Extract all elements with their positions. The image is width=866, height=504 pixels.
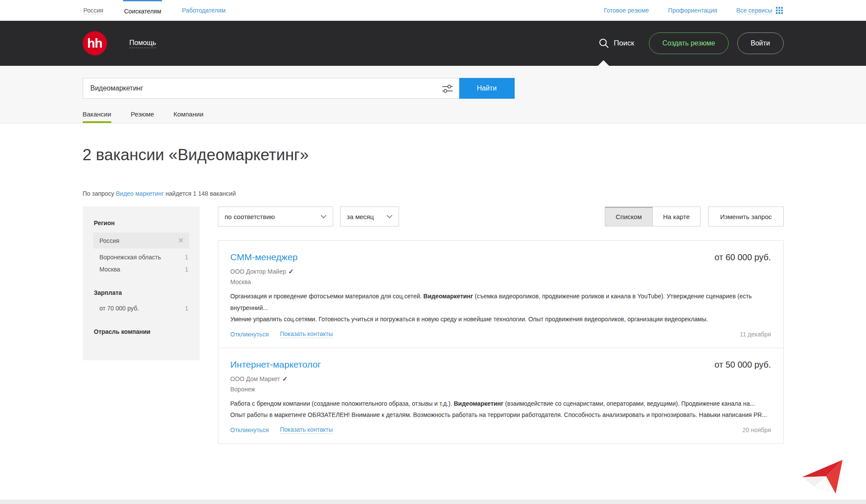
sort-select[interactable]: по соответствию <box>218 207 333 226</box>
filter-count: 1 <box>185 305 188 312</box>
filter-salary-item: от 70 000 руб. 1 <box>83 302 200 314</box>
vacancy-description: Организация и проведение фотосъемки мате… <box>230 291 771 325</box>
filter-link[interactable]: от 70 000 руб. <box>100 305 139 312</box>
header-search-toggle[interactable]: Поиск <box>598 38 634 49</box>
vacancy-card: СММ-менеджер от 60 000 руб. ООО Доктор М… <box>218 241 783 348</box>
vacancy-description: Работа с брендом компании (создание поло… <box>230 398 771 421</box>
nav-applicants[interactable]: Соискателям <box>123 0 162 21</box>
vacancy-salary: от 50 000 руб. <box>714 360 771 370</box>
filter-link[interactable]: Москва <box>100 266 120 273</box>
search-tabs: Вакансии Резюме Компании <box>83 110 784 123</box>
chevron-down-icon <box>321 215 327 219</box>
find-button[interactable]: Найти <box>459 78 515 99</box>
edit-query-button[interactable]: Изменить запрос <box>708 207 783 226</box>
close-icon[interactable]: ✕ <box>178 237 184 244</box>
filter-salary-title: Зарплата <box>83 289 200 296</box>
advanced-search-icon[interactable] <box>442 84 453 95</box>
paper-plane-icon <box>798 453 854 496</box>
login-button[interactable]: Войти <box>737 32 784 54</box>
main-header: hh Помощь Поиск Создать резюме Войти <box>0 21 866 66</box>
top-navigation: Россия Соискателям Работодателям Готовое… <box>0 0 866 21</box>
filter-region-selected[interactable]: Россия ✕ <box>93 233 189 249</box>
nav-ready-resume[interactable]: Готовое резюме <box>603 0 650 21</box>
show-contacts-link[interactable]: Показать контакты <box>280 426 333 434</box>
respond-link[interactable]: Откликнуться <box>230 331 269 338</box>
vacancy-title-link[interactable]: Интернет-маркетолог <box>230 359 321 370</box>
period-select[interactable]: за месяц <box>340 207 399 226</box>
vacancy-list: СММ-менеджер от 60 000 руб. ООО Доктор М… <box>218 240 784 444</box>
filter-count: 1 <box>185 266 188 273</box>
tab-resume[interactable]: Резюме <box>131 110 154 123</box>
tab-vacancies[interactable]: Вакансии <box>83 110 111 123</box>
verified-check-icon: ✓ <box>288 268 294 275</box>
nav-career-guidance[interactable]: Профориентация <box>667 0 718 21</box>
vacancy-card: Интернет-маркетолог от 50 000 руб. ООО Д… <box>218 348 783 443</box>
region-label: Россия <box>84 7 104 14</box>
filter-region-title: Регион <box>83 220 200 226</box>
search-box <box>83 78 459 99</box>
vacancy-date: 20 ноября <box>743 426 771 433</box>
search-input[interactable] <box>83 78 425 98</box>
filter-count: 1 <box>185 254 188 261</box>
vacancy-company[interactable]: ООО Доктор Майер✓ <box>230 268 771 275</box>
filters-sidebar: Регион Россия ✕ Воронежская область 1 Мо… <box>83 207 200 360</box>
tab-companies[interactable]: Компании <box>174 110 204 123</box>
filter-region-item: Воронежская область 1 <box>83 251 200 263</box>
summary-prefix: По запросу <box>83 190 116 197</box>
nav-all-services[interactable]: Все сервисы <box>736 0 784 21</box>
vacancy-title-link[interactable]: СММ-менеджер <box>230 252 298 262</box>
view-toggle: Списком На карте <box>605 207 701 226</box>
vacancy-city: Москва <box>230 278 771 285</box>
vacancy-company[interactable]: ООО Дом Маркет✓ <box>230 375 771 383</box>
services-grid-icon <box>776 7 783 14</box>
vacancy-salary: от 60 000 руб. <box>714 252 771 262</box>
help-link[interactable]: Помощь <box>130 39 156 48</box>
filter-link[interactable]: Воронежская область <box>100 254 161 261</box>
search-icon <box>598 38 610 49</box>
view-list-button[interactable]: Списком <box>605 207 652 226</box>
region-selector[interactable]: Россия <box>83 0 104 21</box>
search-pointer-notch <box>598 60 609 66</box>
search-summary: По запросу Видео маркетинг найдется 1 14… <box>83 190 784 197</box>
summary-suffix: найдется 1 148 вакансий <box>164 190 236 197</box>
search-section: Найти Вакансии Резюме Компании <box>0 66 866 123</box>
footer-strip <box>0 500 866 504</box>
view-map-button[interactable]: На карте <box>652 207 701 226</box>
chevron-down-icon <box>386 215 392 219</box>
verified-check-icon: ✓ <box>282 375 288 382</box>
nav-employers[interactable]: Работодателям <box>181 0 227 21</box>
create-resume-button[interactable]: Создать резюме <box>649 32 729 54</box>
page-title: 2 вакансии «Видеомаркетинг» <box>83 146 784 164</box>
filter-region-item: Москва 1 <box>83 263 200 275</box>
results-controls: по соответствию за месяц Списком На карт… <box>218 207 784 226</box>
vacancy-city: Воронеж <box>230 386 771 393</box>
hh-logo[interactable]: hh <box>83 31 107 55</box>
filter-industry-title: Отрасль компании <box>83 328 200 335</box>
vacancy-date: 11 декабря <box>740 331 771 338</box>
show-contacts-link[interactable]: Показать контакты <box>280 330 333 338</box>
summary-query-link[interactable]: Видео маркетинг <box>116 190 164 197</box>
respond-link[interactable]: Откликнуться <box>230 426 269 433</box>
